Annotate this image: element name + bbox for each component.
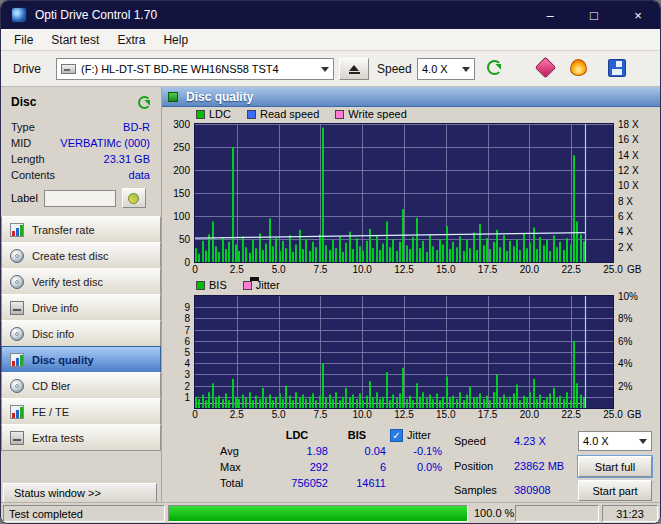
drive-select[interactable]: (F:) HL-DT-ST BD-RE WH16NS58 TST4 [56,58,334,80]
maximize-button[interactable]: □ [572,1,616,29]
disc-label-label: Label [11,192,38,204]
close-button[interactable]: × [616,1,660,29]
ldc-column-header: LDC [266,429,328,441]
axis-tick: 22.5 [557,264,585,275]
bis-chart-canvas [194,295,614,409]
axis-tick: 7 [184,325,190,336]
chevron-down-icon [321,67,329,72]
samples-stat-label: Samples [454,484,497,496]
bis-column-header: BIS [328,429,386,441]
write-speed-swatch-icon [335,110,344,119]
axis-tick: 6% [618,336,632,347]
sidebar-item-verify-test-disc[interactable]: Verify test disc [1,268,161,295]
stats-row-total: Total 756052 14611 [220,475,456,491]
axis-tick: 2.5 [223,264,251,275]
bis-swatch-icon [196,281,205,290]
sidebar-item-create-test-disc[interactable]: Create test disc [1,242,161,269]
bis-y-axis-left: 987654321 [165,296,192,408]
speed-select[interactable]: 4.0 X [417,58,475,80]
refresh-drives-icon[interactable] [487,60,502,75]
axis-tick: 100 [173,211,190,222]
disc-panel-title: Disc [11,95,36,109]
sidebar: Disc Type BD-R MID VERBATIMc (000) Lengt… [1,87,162,502]
axis-tick: 250 [173,142,190,153]
axis-tick: 20.0 [515,409,543,420]
menu-start-test[interactable]: Start test [42,31,108,49]
axis-tick: 150 [173,188,190,199]
speed-stat-label: Speed [454,435,486,447]
progress-fill [169,506,467,521]
erase-disc-icon[interactable] [535,57,556,78]
drive-label: Drive [13,62,41,76]
disc-type-value: BD-R [123,121,150,133]
progress-bar [168,505,468,522]
axis-tick: 3 [184,369,190,380]
refresh-disc-icon[interactable] [138,96,151,109]
disc-label-input[interactable] [44,190,116,207]
eject-button[interactable] [339,58,369,80]
menu-extra[interactable]: Extra [108,31,154,49]
status-window-button[interactable]: Status window >> [3,483,157,503]
menu-file[interactable]: File [5,31,42,49]
create-test-disc-icon [10,249,24,263]
top-chart-legend: LDC Read speed Write speed [196,108,407,120]
disc-length-value: 23.31 GB [104,153,150,165]
max-ldc: 292 [266,461,328,473]
axis-tick: 200 [173,165,190,176]
menu-help[interactable]: Help [154,31,197,49]
save-icon[interactable] [608,59,626,77]
axis-tick: 25.0 [599,264,627,275]
statusbar-spacer [515,505,599,522]
axis-tick: 10% [618,291,638,302]
sidebar-item-fe-te[interactable]: FE / TE [1,398,161,425]
status-text: Test completed [3,505,165,522]
sidebar-item-drive-info[interactable]: Drive info [1,294,161,321]
total-bis: 14611 [328,477,386,489]
speed-stat-select[interactable]: 4.0 X [578,431,652,451]
bottom-chart-legend: BIS Jitter [196,279,280,291]
axis-tick: 2.5 [223,409,251,420]
max-jitter: 0.0% [386,461,442,473]
panel-title: Disc quality [186,90,253,104]
drive-info-icon [10,301,24,315]
stats-row-max: Max 292 6 0.0% [220,459,456,475]
axis-tick: 10 X [618,180,639,191]
drive-icon [61,64,76,74]
window-title: Opti Drive Control 1.70 [35,8,157,22]
disc-mid-value: VERBATIMc (000) [60,137,150,149]
axis-tick: 5.0 [265,409,293,420]
start-full-button[interactable]: Start full [578,456,652,477]
start-part-button[interactable]: Start part [578,480,652,501]
disc-info: Type BD-R MID VERBATIMc (000) Length 23.… [11,119,150,183]
sidebar-item-extra-tests[interactable]: Extra tests [1,424,161,451]
sidebar-item-cd-bler[interactable]: CD Bler [1,372,161,399]
jitter-checkbox[interactable]: ✓ [390,429,403,442]
extra-tests-icon [10,431,24,445]
sidebar-item-transfer-rate[interactable]: Transfer rate [1,216,161,243]
disc-contents-value: data [129,169,150,181]
axis-tick: 12.5 [390,264,418,275]
axis-tick: 15.0 [432,264,460,275]
ldc-swatch-icon [196,110,205,119]
axis-tick: 5.0 [265,264,293,275]
minimize-button[interactable]: – [528,1,572,29]
write-label-button[interactable] [122,188,146,208]
app-icon [11,7,27,23]
speed-select-value: 4.0 X [422,63,448,75]
ldc-chart-canvas [194,123,614,263]
axis-tick: 50 [179,234,190,245]
burn-disc-icon[interactable] [570,59,587,76]
axis-tick: 0 [181,264,209,275]
menubar: File Start test Extra Help [1,29,660,51]
avg-jitter: -0.1% [386,445,442,457]
sidebar-item-disc-quality[interactable]: Disc quality [1,346,161,373]
stats-row-avg: Avg 1.98 0.04 -0.1% [220,443,456,459]
axis-tick: 17.5 [474,409,502,420]
axis-tick: GB [627,409,641,420]
axis-tick: 6 [184,336,190,347]
disc-info-icon [10,327,24,341]
sidebar-item-disc-info[interactable]: Disc info [1,320,161,347]
app-window: Opti Drive Control 1.70 – □ × File Start… [0,0,661,524]
checkmark-icon: ✓ [392,430,400,441]
axis-tick: 4 [184,358,190,369]
